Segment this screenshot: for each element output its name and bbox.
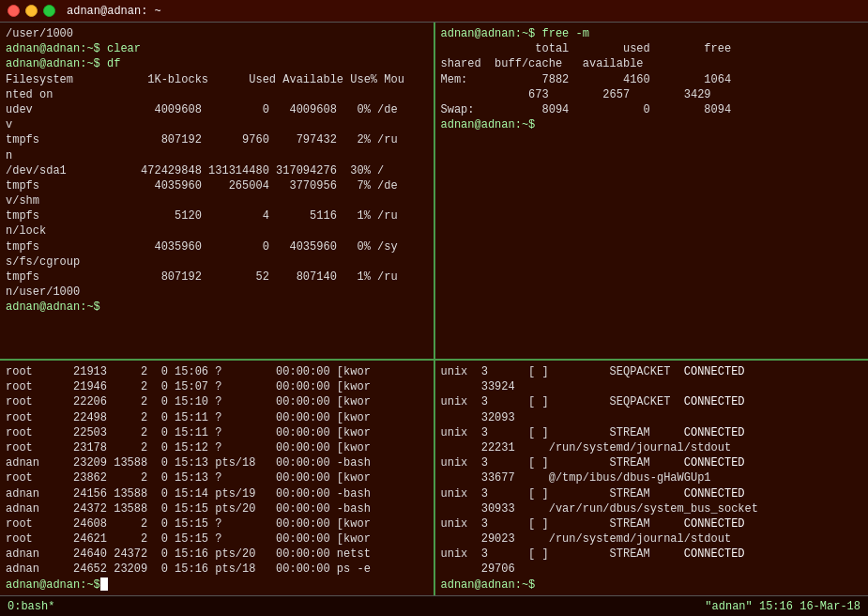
connected-status: CONNECTED bbox=[684, 547, 745, 561]
list-item: 29023 /run/systemd/journal/stdout bbox=[441, 531, 863, 547]
list-item: unix 3 [ ] SEQPACKET CONNECTED bbox=[441, 394, 863, 409]
list-item: unix 3 [ ] STREAM CONNECTED bbox=[441, 455, 863, 470]
list-item: 33924 bbox=[441, 379, 863, 394]
list-item: /dev/sda1 472429848 131314480 317094276 … bbox=[6, 163, 428, 178]
connected-status: CONNECTED bbox=[684, 487, 745, 500]
titlebar: adnan@adnan: ~ bbox=[0, 0, 868, 23]
list-item: adnan 24640 24372 0 15:16 pts/20 00:00:0… bbox=[6, 547, 428, 562]
list-item: root 21946 2 0 15:07 ? 00:00:00 [kwor bbox=[6, 379, 428, 394]
pane-top-left[interactable]: /user/1000adnan@adnan:~$ clearadnan@adna… bbox=[0, 23, 435, 359]
close-button[interactable] bbox=[8, 5, 20, 17]
minimize-button[interactable] bbox=[25, 5, 38, 17]
list-item: 29706 bbox=[441, 562, 863, 577]
list-item: tmpfs 4035960 0 4035960 0% /sy bbox=[6, 239, 428, 254]
connected-status: CONNECTED bbox=[684, 395, 745, 408]
list-item: 30933 /var/run/dbus/system_bus_socket bbox=[441, 501, 863, 516]
statusbar-info: "adnan" 15:16 16-Mar-18 bbox=[705, 600, 860, 613]
list-item: root 24608 2 0 15:15 ? 00:00:00 [kwor bbox=[6, 516, 428, 531]
window-title: adnan@adnan: ~ bbox=[67, 5, 161, 18]
list-item: total used free bbox=[441, 41, 863, 56]
list-item: unix 3 [ ] STREAM CONNECTED bbox=[441, 425, 863, 440]
list-item: adnan@adnan:~$ bbox=[441, 578, 863, 593]
pane-bottom-right[interactable]: unix 3 [ ] SEQPACKET CONNECTED 33924unix… bbox=[435, 361, 869, 595]
list-item: root 23178 2 0 15:12 ? 00:00:00 [kwor bbox=[6, 440, 428, 455]
list-item: adnan@adnan:~$ df bbox=[6, 56, 428, 71]
list-item: tmpfs 807192 52 807140 1% /ru bbox=[6, 270, 428, 285]
pane-top-right[interactable]: adnan@adnan:~$ free -m total used freesh… bbox=[435, 23, 869, 359]
connected-status: CONNECTED bbox=[684, 365, 745, 378]
list-item: adnan@adnan:~$ bbox=[6, 578, 428, 593]
maximize-button[interactable] bbox=[43, 5, 55, 17]
list-item: adnan 24156 13588 0 15:14 pts/19 00:00:0… bbox=[6, 486, 428, 501]
list-item: unix 3 [ ] SEQPACKET CONNECTED bbox=[441, 364, 863, 379]
connected-status: CONNECTED bbox=[684, 456, 745, 470]
list-item: adnan@adnan:~$ bbox=[6, 300, 428, 315]
list-item: Filesystem 1K-blocks Used Available Use%… bbox=[6, 72, 428, 87]
list-item: root 22498 2 0 15:11 ? 00:00:00 [kwor bbox=[6, 410, 428, 425]
list-item: adnan 23209 13588 0 15:13 pts/18 00:00:0… bbox=[6, 455, 428, 470]
list-item: 33677 @/tmp/ibus/dbus-gHaWGUp1 bbox=[441, 470, 863, 485]
list-item: tmpfs 5120 4 5116 1% /ru bbox=[6, 208, 428, 223]
list-item: v bbox=[6, 117, 428, 132]
list-item: adnan@adnan:~$ free -m bbox=[441, 26, 863, 41]
list-item: root 23862 2 0 15:13 ? 00:00:00 [kwor bbox=[6, 470, 428, 485]
list-item: tmpfs 807192 9760 797432 2% /ru bbox=[6, 132, 428, 147]
list-item: adnan 24372 13588 0 15:15 pts/20 00:00:0… bbox=[6, 501, 428, 516]
connected-status: CONNECTED bbox=[684, 426, 745, 439]
list-item: root 22206 2 0 15:10 ? 00:00:00 [kwor bbox=[6, 394, 428, 409]
list-item: root 24621 2 0 15:15 ? 00:00:00 [kwor bbox=[6, 531, 428, 547]
list-item: unix 3 [ ] STREAM CONNECTED bbox=[441, 516, 863, 531]
list-item: v/shm bbox=[6, 193, 428, 208]
list-item: 32093 bbox=[441, 410, 863, 425]
terminal-area: /user/1000adnan@adnan:~$ clearadnan@adna… bbox=[0, 23, 868, 595]
list-item: adnan 24652 23209 0 15:16 pts/18 00:00:0… bbox=[6, 562, 428, 577]
list-item: n/lock bbox=[6, 223, 428, 239]
list-item: 673 2657 3429 bbox=[441, 87, 863, 102]
top-row: /user/1000adnan@adnan:~$ clearadnan@adna… bbox=[0, 23, 868, 361]
list-item: shared buff/cache available bbox=[441, 56, 863, 71]
list-item: udev 4009608 0 4009608 0% /de bbox=[6, 102, 428, 117]
list-item: Mem: 7882 4160 1064 bbox=[441, 72, 863, 87]
list-item: adnan@adnan:~$ clear bbox=[6, 41, 428, 56]
list-item: s/fs/cgroup bbox=[6, 254, 428, 270]
connected-status: CONNECTED bbox=[684, 517, 745, 531]
list-item: n/user/1000 bbox=[6, 285, 428, 300]
cursor bbox=[100, 578, 108, 591]
list-item: tmpfs 4035960 265004 3770956 7% /de bbox=[6, 178, 428, 193]
list-item: 22231 /run/systemd/journal/stdout bbox=[441, 440, 863, 455]
list-item: root 22503 2 0 15:11 ? 00:00:00 [kwor bbox=[6, 425, 428, 440]
pane-bottom-left[interactable]: root 21913 2 0 15:06 ? 00:00:00 [kworroo… bbox=[0, 361, 435, 595]
bottom-row: root 21913 2 0 15:06 ? 00:00:00 [kworroo… bbox=[0, 361, 868, 595]
list-item: Swap: 8094 0 8094 bbox=[441, 102, 863, 117]
list-item: unix 3 [ ] STREAM CONNECTED bbox=[441, 547, 863, 562]
list-item: unix 3 [ ] STREAM CONNECTED bbox=[441, 486, 863, 501]
list-item: adnan@adnan:~$ bbox=[441, 117, 863, 132]
list-item: nted on bbox=[6, 87, 428, 102]
list-item: root 21913 2 0 15:06 ? 00:00:00 [kwor bbox=[6, 364, 428, 379]
statusbar-tab[interactable]: 0:bash* bbox=[8, 600, 705, 613]
statusbar: 0:bash* "adnan" 15:16 16-Mar-18 bbox=[0, 595, 868, 616]
list-item: /user/1000 bbox=[6, 26, 428, 41]
list-item: n bbox=[6, 148, 428, 163]
